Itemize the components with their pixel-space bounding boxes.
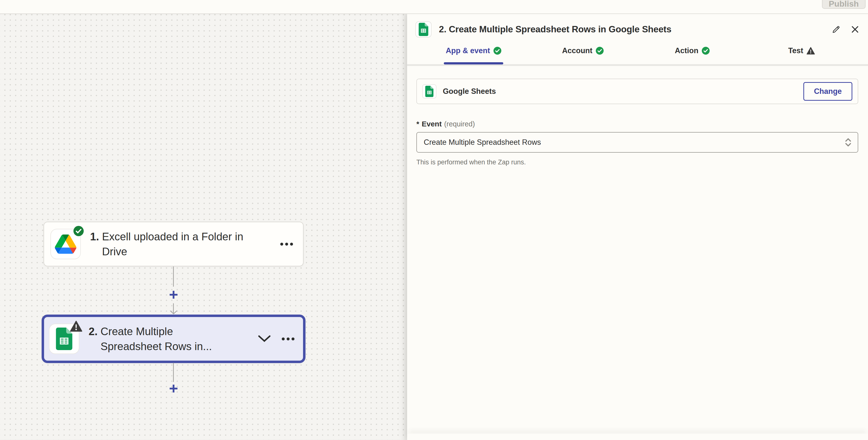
- step-2-number: 2.: [89, 324, 98, 354]
- tab-label: Test: [788, 46, 803, 55]
- tab-app-and-event[interactable]: App & event: [419, 46, 528, 66]
- zap-editor-canvas[interactable]: 1. Excell uploaded in a Folder in Drive: [0, 14, 407, 440]
- step-node-2-google-sheets-selected[interactable]: 2. Create Multiple Spreadsheet Rows in..…: [41, 315, 306, 363]
- panel-body: Google Sheets Change * Event (required) …: [407, 66, 868, 166]
- chevron-down-icon: [258, 335, 271, 343]
- event-helper-text: This is performed when the Zap runs.: [416, 158, 858, 166]
- event-field-label: * Event (required): [416, 120, 858, 128]
- step-1-number: 1.: [90, 229, 99, 259]
- step-1-title: 1. Excell uploaded in a Folder in Drive: [90, 229, 259, 259]
- google-sheets-app-icon-box: [49, 324, 79, 354]
- select-chevrons-icon: [844, 137, 852, 148]
- check-circle-icon: [702, 47, 710, 55]
- warning-triangle-icon: [70, 321, 82, 332]
- required-asterisk: *: [416, 120, 419, 128]
- step-2-label: Create Multiple Spreadsheet Rows in...: [101, 324, 233, 354]
- selected-app-name: Google Sheets: [443, 87, 496, 96]
- panel-tabs: App & event Account Action: [407, 37, 868, 66]
- event-field-block: * Event (required) Create Multiple Sprea…: [416, 120, 858, 166]
- google-sheets-icon: [425, 86, 434, 97]
- step-1-menu-button[interactable]: [280, 242, 293, 246]
- step-config-panel: 2. Create Multiple Spreadsheet Rows in G…: [407, 14, 868, 440]
- event-select[interactable]: Create Multiple Spreadsheet Rows: [416, 132, 858, 153]
- step-success-badge: [73, 226, 84, 236]
- edit-icon: [832, 25, 841, 34]
- connector-line: [173, 267, 174, 287]
- add-step-button-2[interactable]: [168, 383, 179, 394]
- connector-arrowhead: [170, 311, 177, 314]
- google-sheets-icon: [418, 23, 428, 36]
- tab-test[interactable]: Test: [747, 46, 856, 66]
- step-node-1-google-drive[interactable]: 1. Excell uploaded in a Folder in Drive: [43, 222, 304, 266]
- top-toolbar: Publish: [0, 0, 868, 14]
- rename-step-button[interactable]: [832, 25, 841, 34]
- panel-footer-edge: [407, 434, 868, 440]
- step-2-collapse-button[interactable]: [258, 335, 271, 343]
- event-select-value: Create Multiple Spreadsheet Rows: [424, 138, 541, 147]
- add-step-button-1[interactable]: [168, 290, 179, 300]
- plus-icon: [169, 290, 178, 299]
- tab-label: App & event: [446, 46, 490, 55]
- tab-account[interactable]: Account: [528, 46, 638, 66]
- step-2-title: 2. Create Multiple Spreadsheet Rows in..…: [89, 324, 233, 354]
- close-icon: [851, 25, 859, 34]
- connector-line: [173, 363, 174, 382]
- google-drive-app-icon-box: [51, 229, 81, 259]
- plus-icon: [169, 384, 178, 393]
- required-note: (required): [444, 120, 475, 128]
- check-circle-icon: [73, 226, 84, 236]
- ellipsis-icon: [281, 338, 295, 341]
- google-drive-icon: [55, 234, 76, 254]
- panel-title: 2. Create Multiple Spreadsheet Rows in G…: [439, 24, 672, 34]
- tab-action[interactable]: Action: [638, 46, 747, 66]
- step-warning-badge: [70, 321, 82, 332]
- tab-label: Action: [675, 46, 699, 55]
- change-app-button[interactable]: Change: [803, 82, 852, 101]
- tab-label: Account: [562, 46, 592, 55]
- event-label: Event: [422, 120, 442, 128]
- warning-triangle-icon: [807, 47, 815, 55]
- ellipsis-icon: [280, 242, 293, 246]
- panel-app-icon-box: [415, 21, 432, 37]
- step-2-menu-button[interactable]: [281, 338, 295, 341]
- panel-header: 2. Create Multiple Spreadsheet Rows in G…: [407, 14, 868, 37]
- close-panel-button[interactable]: [851, 25, 859, 34]
- check-circle-icon: [494, 47, 501, 55]
- check-circle-icon: [596, 47, 603, 55]
- publish-button[interactable]: Publish: [822, 0, 866, 9]
- app-card-icon-box: [422, 84, 436, 98]
- selected-app-card: Google Sheets Change: [416, 79, 858, 104]
- step-1-label: Excell uploaded in a Folder in Drive: [102, 229, 259, 259]
